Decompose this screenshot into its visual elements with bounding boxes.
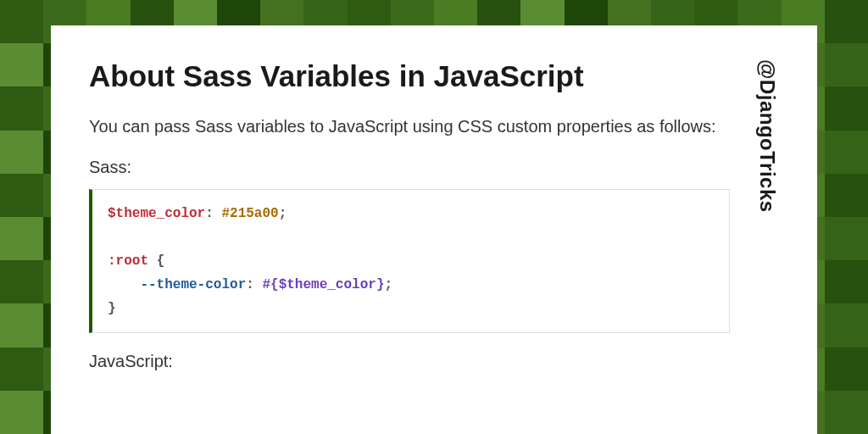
article-intro: You can pass Sass variables to JavaScrip… [89, 114, 730, 139]
code-token-semicolon: ; [279, 206, 287, 221]
code-token-indent [108, 277, 140, 292]
code-token-colon-2: : [246, 277, 254, 292]
code-token-hex: #215a00 [221, 206, 278, 221]
code-token-brace-open: { [157, 253, 165, 269]
code-token-semicolon-2: ; [384, 277, 392, 292]
author-handle: @DjangoTricks [755, 59, 779, 434]
code-token-selector: :root [108, 253, 148, 269]
code-token-brace-close: } [108, 301, 116, 316]
code-token-colon: : [205, 206, 214, 221]
article-title: About Sass Variables in JavaScript [89, 59, 730, 93]
article-card: About Sass Variables in JavaScript You c… [51, 25, 817, 434]
code-token-property: --theme-color [140, 277, 246, 292]
article-content: About Sass Variables in JavaScript You c… [89, 59, 730, 434]
js-label: JavaScript: [89, 352, 730, 371]
code-token-interp-var: $theme_color [279, 277, 376, 292]
code-token-interp-open: #{ [262, 277, 278, 292]
sass-code-block: $theme_color: #215a00; :root { --theme-c… [89, 189, 730, 333]
sass-label: Sass: [89, 158, 730, 177]
code-token-variable: $theme_color [108, 206, 205, 221]
